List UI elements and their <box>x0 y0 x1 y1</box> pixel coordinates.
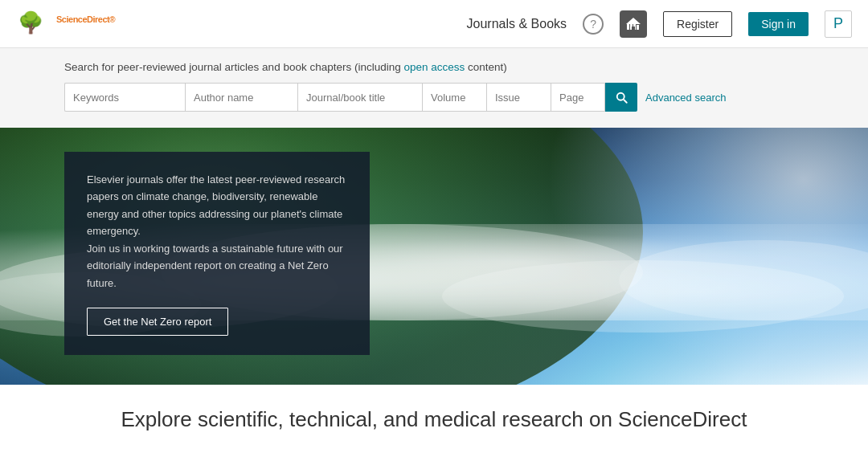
register-button[interactable]: Register <box>663 11 732 37</box>
advanced-search-link[interactable]: Advanced search <box>645 92 726 104</box>
header-nav: Journals & Books ? Register Sign in P <box>467 10 852 38</box>
open-access-link[interactable]: open access <box>403 61 465 73</box>
page-input[interactable] <box>551 83 605 112</box>
hero-card: Elsevier journals offer the latest peer-… <box>64 152 370 355</box>
search-description: Search for peer-reviewed journal article… <box>64 61 804 73</box>
journals-books-nav[interactable]: Journals & Books <box>467 17 567 31</box>
search-button[interactable] <box>605 83 637 112</box>
svg-rect-5 <box>637 25 639 30</box>
tagline-heading: Explore scientific, technical, and medic… <box>16 407 852 432</box>
logo[interactable]: 🌳 ScienceDirect® <box>16 7 115 41</box>
keywords-input[interactable] <box>64 83 185 112</box>
net-zero-report-button[interactable]: Get the Net Zero report <box>87 308 228 336</box>
issue-input[interactable] <box>486 83 551 112</box>
help-icon[interactable]: ? <box>583 14 604 35</box>
institution-icon[interactable] <box>620 10 647 38</box>
hero-section: Elsevier journals offer the latest peer-… <box>0 128 868 385</box>
svg-rect-2 <box>627 24 629 30</box>
hero-card-text: Elsevier journals offer the latest peer-… <box>87 171 347 292</box>
elsevier-logo-icon: 🌳 <box>16 7 50 41</box>
volume-input[interactable] <box>422 83 486 112</box>
header: 🌳 ScienceDirect® Journals & Books ? Regi… <box>0 0 868 48</box>
search-section: Search for peer-reviewed journal article… <box>0 48 868 128</box>
search-row: Advanced search <box>64 83 804 112</box>
logo-area: 🌳 ScienceDirect® <box>16 7 115 41</box>
svg-marker-6 <box>626 18 641 24</box>
journal-input[interactable] <box>297 83 422 112</box>
author-input[interactable] <box>185 83 297 112</box>
tagline-section: Explore scientific, technical, and medic… <box>0 385 868 448</box>
signin-button[interactable]: Sign in <box>748 12 809 36</box>
svg-rect-7 <box>632 27 635 30</box>
user-account-icon[interactable]: P <box>825 10 852 38</box>
search-icon <box>614 90 628 104</box>
svg-text:🌳: 🌳 <box>18 10 44 35</box>
sciencedirect-wordmark: ScienceDirect® <box>56 14 115 33</box>
